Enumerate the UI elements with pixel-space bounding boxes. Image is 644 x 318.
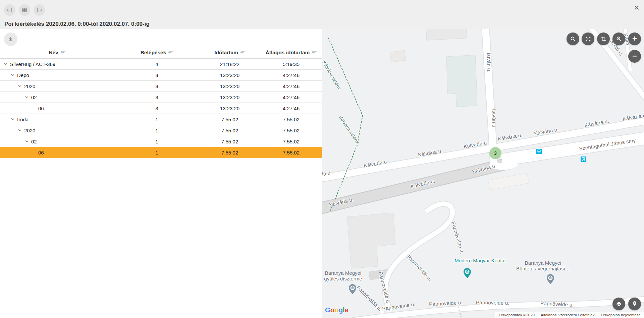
row-duration: 13:23:20 bbox=[200, 106, 260, 111]
column-header[interactable]: Belépések bbox=[114, 50, 200, 56]
cluster-marker[interactable]: 3 bbox=[489, 147, 501, 159]
poi-pin-icon[interactable] bbox=[348, 284, 357, 294]
sort-icon bbox=[168, 51, 174, 55]
chevron-down-icon bbox=[11, 118, 15, 121]
bus-stop-icon[interactable] bbox=[536, 149, 542, 154]
row-expand-toggle[interactable] bbox=[24, 96, 29, 99]
column-header-label: Név bbox=[49, 50, 58, 56]
row-duration: 7:55:02 bbox=[200, 128, 260, 133]
row-name: 06 bbox=[38, 106, 44, 111]
row-duration: 13:23:20 bbox=[200, 94, 260, 100]
row-entries: 1 bbox=[114, 139, 200, 144]
row-entries: 1 bbox=[114, 150, 200, 155]
row-avg-duration: 4:27:46 bbox=[260, 94, 322, 100]
split-center-button[interactable] bbox=[19, 4, 30, 16]
street-label: István u. bbox=[491, 109, 497, 129]
map-attribution: Térképadatok ©2020Általános Szerződési F… bbox=[495, 312, 644, 318]
split-center-icon bbox=[21, 7, 28, 13]
row-expand-toggle[interactable] bbox=[17, 85, 22, 87]
google-logo: Google bbox=[325, 306, 348, 314]
street-label: Papnövelde u. bbox=[476, 300, 509, 306]
table-body: SilverBug / ACT-369421:18:225:19:35Depo3… bbox=[0, 59, 322, 158]
map-data-copyright: Térképadatok ©2020 bbox=[498, 313, 535, 317]
row-name: 02 bbox=[31, 94, 37, 100]
table-row[interactable]: Depo313:23:204:27:46 bbox=[0, 70, 322, 81]
poi-table: NévBelépésekIdőtartamÁtlagos időtartam S… bbox=[0, 47, 322, 158]
chevron-down-icon bbox=[25, 140, 29, 143]
collapse-right-icon bbox=[36, 7, 43, 13]
row-avg-duration: 4:27:46 bbox=[260, 83, 322, 89]
search-icon bbox=[570, 36, 576, 42]
column-header[interactable]: Átlagos időtartam bbox=[260, 50, 322, 56]
row-entries: 1 bbox=[114, 128, 200, 133]
zoom-area-button[interactable] bbox=[612, 33, 625, 45]
row-avg-duration: 5:19:35 bbox=[260, 61, 322, 67]
row-entries: 3 bbox=[114, 83, 200, 89]
sort-icon bbox=[60, 51, 66, 55]
table-row[interactable]: Iroda17:55:027:55:02 bbox=[0, 114, 322, 125]
poi-label[interactable]: Modern Magyar Képtár bbox=[454, 258, 506, 263]
row-name: 02 bbox=[31, 139, 37, 144]
poi-label[interactable]: Baranya MegyeiBüntetés-végrehajtási… bbox=[516, 260, 570, 271]
collapse-right-button[interactable] bbox=[34, 4, 45, 16]
row-duration: 7:55:02 bbox=[200, 117, 260, 122]
page-title: Poi kiértékelés 2020.02.06. 0:00-tól 202… bbox=[4, 21, 150, 27]
row-expand-toggle[interactable] bbox=[17, 129, 22, 132]
row-duration: 13:23:20 bbox=[200, 83, 260, 89]
chevron-down-icon bbox=[18, 129, 22, 132]
bus-stop-icon[interactable] bbox=[581, 156, 586, 162]
fullscreen-button[interactable] bbox=[582, 33, 594, 45]
download-icon bbox=[7, 36, 14, 43]
chevron-down-icon bbox=[4, 63, 8, 65]
row-avg-duration: 7:55:02 bbox=[260, 139, 322, 144]
row-duration: 7:55:02 bbox=[200, 139, 260, 144]
chevron-down-icon bbox=[18, 85, 22, 87]
table-row[interactable]: 202017:55:027:55:02 bbox=[0, 125, 322, 136]
zoom-in-button[interactable]: + bbox=[628, 33, 641, 45]
download-button[interactable] bbox=[4, 33, 17, 46]
row-entries: 3 bbox=[114, 106, 200, 111]
row-name: 2020 bbox=[24, 83, 35, 89]
column-header-label: Belépések bbox=[141, 50, 166, 56]
fullscreen-icon bbox=[585, 36, 591, 42]
zoom-out-button[interactable]: − bbox=[628, 50, 641, 63]
row-entries: 3 bbox=[114, 94, 200, 100]
column-header[interactable]: Név bbox=[0, 50, 114, 56]
map-search-button[interactable] bbox=[567, 33, 579, 45]
layers-button[interactable] bbox=[612, 298, 625, 310]
close-button[interactable]: × bbox=[634, 2, 639, 13]
row-name: SilverBug / ACT-369 bbox=[10, 61, 55, 67]
row-duration: 21:18:22 bbox=[200, 61, 260, 67]
row-name: Depo bbox=[17, 72, 29, 78]
crop-region-button[interactable] bbox=[597, 33, 610, 45]
poi-pin-icon[interactable] bbox=[546, 274, 554, 284]
table-row[interactable]: 0617:55:027:55:02 bbox=[0, 147, 322, 158]
chevron-down-icon bbox=[25, 96, 29, 99]
layers-icon bbox=[615, 301, 622, 307]
table-row[interactable]: SilverBug / ACT-369421:18:225:19:35 bbox=[0, 59, 322, 70]
row-expand-toggle[interactable] bbox=[10, 74, 15, 76]
row-duration: 7:55:02 bbox=[200, 150, 260, 155]
street-label: István u. bbox=[486, 53, 492, 72]
row-duration: 13:23:20 bbox=[200, 72, 260, 78]
map-canvas[interactable]: Kálvária u.Kálvária u.Kálvária u.Kálvári… bbox=[322, 29, 644, 318]
poi-label[interactable]: Baranya Megyeigyűlés díszterme bbox=[324, 270, 362, 281]
column-header-label: Időtartam bbox=[214, 50, 238, 56]
attribution-link[interactable]: Általános Szerződési Feltételek bbox=[541, 313, 594, 317]
row-expand-toggle[interactable] bbox=[24, 140, 29, 143]
row-entries: 1 bbox=[114, 117, 200, 122]
table-row[interactable]: 2020313:23:204:27:46 bbox=[0, 81, 322, 92]
table-row[interactable]: 02313:23:204:27:46 bbox=[0, 92, 322, 103]
table-header: NévBelépésekIdőtartamÁtlagos időtartam bbox=[0, 47, 322, 59]
column-header[interactable]: Időtartam bbox=[200, 50, 260, 56]
table-row[interactable]: 06313:23:204:27:46 bbox=[0, 103, 322, 114]
table-row[interactable]: 0217:55:027:55:02 bbox=[0, 136, 322, 147]
row-expand-toggle[interactable] bbox=[10, 118, 15, 121]
zoom-area-icon bbox=[615, 36, 622, 42]
attribution-link[interactable]: Térképhiba bejelentése bbox=[600, 313, 641, 317]
row-expand-toggle[interactable] bbox=[3, 63, 8, 65]
poi-pin-icon[interactable] bbox=[463, 268, 471, 278]
crop-icon bbox=[600, 36, 607, 42]
collapse-left-button[interactable] bbox=[4, 4, 15, 16]
my-location-button[interactable] bbox=[628, 298, 641, 310]
